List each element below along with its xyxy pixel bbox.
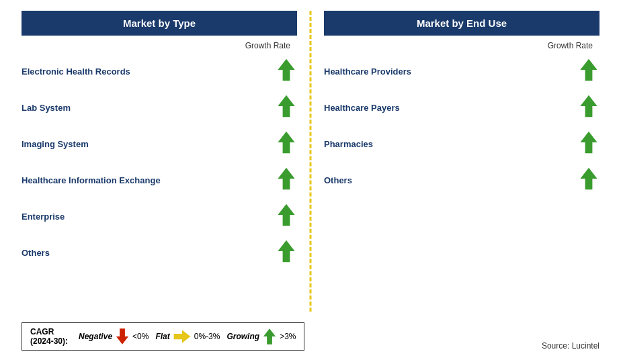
left-panel-header: Market by Type: [22, 11, 297, 36]
list-item: Enterprise: [22, 198, 297, 234]
list-item: Others: [22, 234, 297, 271]
down-arrow-icon: [115, 328, 130, 345]
panels-row: Market by Type Growth Rate Electronic He…: [8, 11, 613, 312]
dashed-divider: [310, 11, 312, 312]
svg-marker-12: [263, 328, 276, 344]
up-arrow-icon: [276, 167, 297, 193]
list-item: Lab System: [22, 89, 297, 126]
item-label: Others: [324, 175, 352, 185]
right-panel-header: Market by End Use: [324, 11, 599, 36]
svg-marker-1: [278, 95, 294, 117]
list-item: Healthcare Payers: [324, 89, 599, 126]
left-panel: Market by Type Growth Rate Electronic He…: [8, 11, 310, 312]
up-arrow-icon: [276, 130, 297, 157]
item-label: Healthcare Payers: [324, 103, 400, 113]
up-arrow-icon: [578, 58, 599, 85]
svg-marker-7: [580, 95, 597, 117]
negative-label: Negative: [79, 332, 112, 341]
up-arrow-icon-legend: [262, 328, 277, 345]
growing-label: Growing: [226, 332, 259, 341]
legend-box: CAGR(2024-30): Negative <0% Flat 0%-3% G…: [22, 322, 304, 351]
item-label: Healthcare Providers: [324, 66, 411, 77]
right-arrow-icon: [173, 329, 192, 344]
legend-negative: Negative <0%: [79, 328, 149, 345]
right-growth-rate-label: Growth Rate: [324, 41, 599, 50]
list-item: Pharmacies: [324, 126, 599, 162]
legend-growing: Growing >3%: [226, 328, 296, 345]
right-panel: Market by End Use Growth Rate Healthcare…: [310, 11, 613, 312]
list-item: Healthcare Information Exchange: [22, 162, 297, 198]
legend-flat: Flat 0%-3%: [155, 329, 220, 344]
item-label: Healthcare Information Exchange: [22, 175, 161, 185]
item-label: Others: [22, 248, 50, 258]
item-label: Electronic Health Records: [22, 66, 130, 77]
up-arrow-icon: [578, 130, 599, 157]
list-item: Imaging System: [22, 126, 297, 162]
up-arrow-icon: [276, 203, 297, 230]
up-arrow-icon: [578, 94, 599, 121]
cagr-label: CAGR(2024-30):: [30, 327, 68, 346]
svg-marker-2: [278, 132, 294, 153]
left-growth-rate-label: Growth Rate: [22, 41, 297, 50]
source-text: Source: Lucintel: [542, 341, 599, 351]
svg-marker-9: [580, 168, 597, 189]
svg-marker-11: [173, 330, 190, 343]
up-arrow-icon: [276, 239, 297, 266]
item-label: Pharmacies: [324, 139, 373, 149]
flat-value: 0%-3%: [194, 332, 220, 341]
growing-value: >3%: [280, 332, 296, 341]
svg-marker-0: [278, 59, 294, 81]
list-item: Electronic Health Records: [22, 53, 297, 89]
up-arrow-icon: [578, 167, 599, 193]
svg-marker-5: [278, 240, 294, 262]
list-item: Healthcare Providers: [324, 53, 599, 89]
svg-marker-4: [278, 204, 294, 226]
up-arrow-icon: [276, 94, 297, 121]
svg-marker-3: [278, 168, 294, 189]
main-container: Market by Type Growth Rate Electronic He…: [8, 11, 613, 353]
footer-row: CAGR(2024-30): Negative <0% Flat 0%-3% G…: [8, 316, 613, 353]
svg-marker-6: [580, 59, 597, 81]
svg-marker-8: [580, 132, 597, 153]
flat-label: Flat: [155, 332, 169, 341]
negative-value: <0%: [132, 332, 149, 341]
svg-marker-10: [116, 328, 128, 344]
list-item: Others: [324, 162, 599, 198]
item-label: Enterprise: [22, 212, 65, 222]
up-arrow-icon: [276, 58, 297, 85]
item-label: Lab System: [22, 103, 71, 113]
item-label: Imaging System: [22, 139, 89, 149]
